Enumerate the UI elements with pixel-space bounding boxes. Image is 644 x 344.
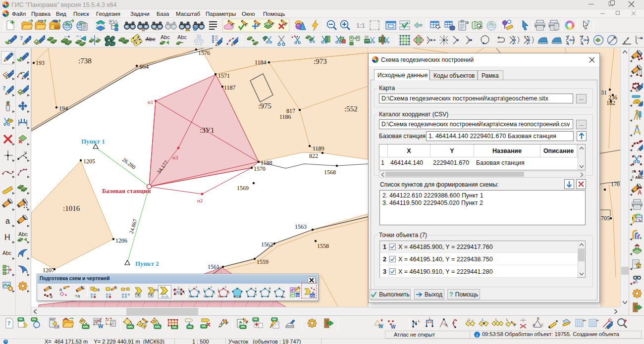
svg-text::1016: :1016: [63, 204, 80, 212]
svg-text:Abc: Abc: [161, 34, 170, 40]
svg-text:954: 954: [140, 63, 149, 70]
svg-text:4: 4: [221, 295, 223, 298]
svg-text:1: 1: [217, 288, 219, 291]
svg-text:1: 1: [173, 289, 174, 292]
svg-text::738: :738: [78, 57, 92, 65]
svg-text:C: C: [541, 323, 543, 327]
svg-text:L: L: [429, 317, 431, 320]
svg-text:W: W: [98, 323, 104, 329]
svg-text:L: L: [495, 318, 497, 321]
svg-text:31: 31: [601, 89, 607, 96]
svg-text:L: L: [506, 318, 508, 321]
svg-text:1: 1: [188, 288, 190, 291]
svg-text:1205: 1205: [83, 158, 95, 165]
svg-text:B: B: [537, 317, 539, 320]
svg-text:э: э: [139, 322, 141, 325]
svg-text:a: a: [142, 26, 145, 31]
svg-text:1563: 1563: [295, 223, 307, 230]
svg-text:2: 2: [225, 286, 226, 289]
svg-text:B: B: [268, 287, 270, 290]
svg-text:XML: XML: [32, 318, 37, 321]
svg-text:1: 1: [203, 288, 205, 291]
svg-text::975: :975: [258, 102, 271, 110]
svg-text:1571: 1571: [218, 72, 230, 79]
svg-text:OPEN: OPEN: [154, 289, 158, 292]
svg-text:3: 3: [214, 292, 215, 295]
svg-text:M: M: [107, 319, 109, 322]
svg-text:2: 2: [196, 286, 197, 289]
svg-text:PDF: PDF: [295, 294, 301, 296]
svg-text:+a: +a: [75, 294, 80, 298]
svg-text:Abc: Abc: [2, 250, 11, 256]
svg-text:1569: 1569: [237, 185, 249, 192]
svg-text:XML: XML: [253, 318, 258, 321]
svg-text:мм: мм: [583, 319, 586, 322]
svg-text:м: м: [596, 319, 598, 322]
svg-text:1206: 1206: [115, 237, 127, 244]
svg-text:5: 5: [204, 295, 205, 298]
svg-text:5: 5: [218, 295, 219, 298]
svg-text:H: H: [255, 293, 257, 296]
svg-text::001: :001: [175, 291, 181, 294]
svg-text:SEM: SEM: [49, 317, 55, 320]
svg-text:a: a: [97, 287, 100, 292]
svg-text::973: :973: [314, 57, 327, 65]
svg-text:Len: Len: [281, 295, 285, 298]
svg-text:1186: 1186: [279, 113, 291, 120]
svg-text:?: ?: [587, 19, 590, 26]
svg-text:1558: 1558: [317, 243, 329, 249]
svg-text:3: 3: [632, 175, 634, 179]
svg-text:XML: XML: [188, 326, 193, 328]
svg-text:W: W: [378, 324, 383, 329]
svg-text:4: 4: [192, 295, 194, 298]
svg-text:H: H: [4, 233, 10, 242]
svg-text:2: 2: [211, 286, 212, 289]
svg-text:DBM: DBM: [55, 26, 60, 29]
svg-text:3: 3: [228, 292, 229, 295]
svg-text:...: ...: [155, 25, 159, 31]
svg-text:КП: КП: [80, 319, 85, 323]
svg-text:1189: 1189: [313, 145, 324, 152]
svg-text:5: 5: [189, 295, 190, 298]
svg-text:A: A: [638, 189, 642, 196]
svg-text:1184: 1184: [255, 59, 267, 66]
svg-text:1187: 1187: [224, 84, 236, 91]
svg-text:XML: XML: [172, 326, 177, 329]
svg-text:a: a: [5, 217, 10, 225]
svg-text:3: 3: [183, 292, 185, 295]
svg-text:Базовая станция: Базовая станция: [102, 187, 151, 195]
svg-text:W: W: [391, 324, 396, 329]
svg-text:1207: 1207: [43, 267, 54, 274]
svg-text:XML: XML: [83, 325, 89, 328]
svg-text:Пункт 2: Пункт 2: [135, 260, 159, 267]
svg-text:XML: XML: [127, 325, 133, 328]
svg-text:α: α: [452, 321, 455, 325]
svg-text:a: a: [50, 294, 53, 298]
svg-text:L: L: [418, 319, 421, 323]
svg-text:1:1: 1:1: [356, 22, 365, 29]
svg-text:XML: XML: [202, 325, 207, 328]
svg-text:194: 194: [59, 105, 68, 112]
svg-text:1188: 1188: [261, 159, 272, 166]
svg-text:1562: 1562: [261, 241, 273, 248]
svg-text:XML: XML: [18, 318, 23, 321]
svg-text:L: L: [469, 318, 471, 321]
svg-text:и1: и1: [148, 99, 153, 105]
svg-text:L: L: [268, 291, 270, 294]
svg-text:a: a: [59, 287, 62, 292]
svg-text:XML: XML: [155, 325, 161, 328]
svg-text::ЗУ1: :ЗУ1: [200, 126, 214, 134]
svg-text:A: A: [533, 323, 535, 327]
svg-text:822: 822: [309, 152, 318, 159]
svg-text:?: ?: [20, 34, 23, 42]
svg-text:193: 193: [36, 59, 45, 66]
svg-text:3: 3: [199, 292, 200, 295]
svg-text:?: ?: [7, 320, 10, 327]
svg-text:1570: 1570: [254, 165, 266, 172]
svg-text:L: L: [482, 318, 484, 321]
svg-text:и3: и3: [172, 154, 178, 160]
svg-text:4: 4: [207, 295, 209, 298]
svg-text:Abc: Abc: [18, 231, 28, 237]
svg-text:2: 2: [178, 286, 179, 289]
svg-text:170: 170: [611, 181, 620, 188]
